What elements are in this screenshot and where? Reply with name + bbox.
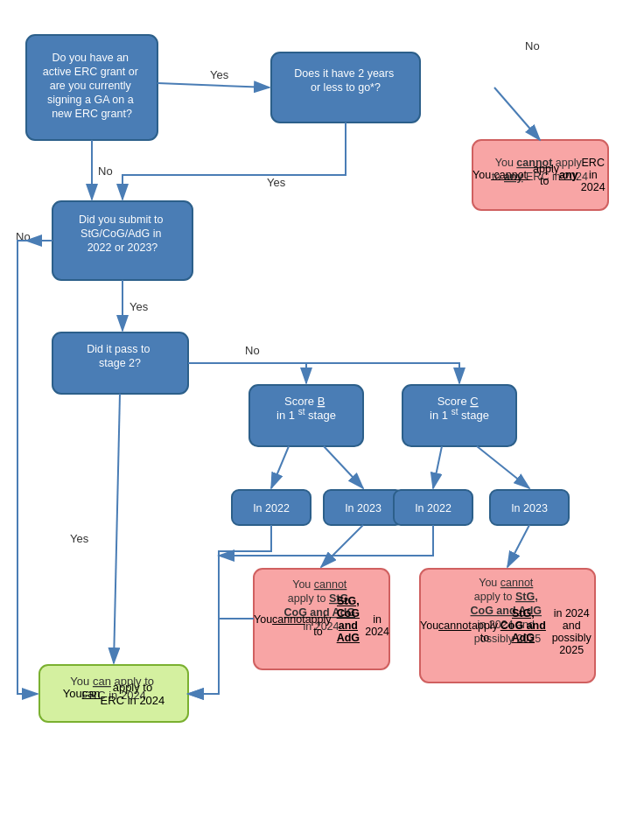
arrow-q4-scoreb: [188, 363, 306, 383]
score-c-text: Score C in 1 st stage: [430, 395, 489, 422]
arrow-q4-scorec: [306, 363, 459, 383]
flowchart: Do you have an active ERC grant or are y…: [0, 0, 630, 840]
can-apply-text: You can apply to ERC in 2024: [70, 675, 157, 702]
label-q2-no: No: [525, 39, 540, 52]
arrow-scorec-in2022c: [433, 446, 442, 488]
label-q4-yes: Yes: [70, 532, 89, 545]
q1-text: Do you have an active ERC grant or are y…: [43, 52, 142, 120]
label-q1-q2-yes: Yes: [210, 68, 229, 81]
arrow-scorec-in2023c: [477, 446, 529, 488]
label-q4-no: No: [245, 344, 260, 357]
arrow-in2023c-cannotstg2025: [508, 525, 529, 567]
in2022-b-text: In 2022: [253, 502, 290, 514]
score-b-text: Score B in 1 st stage: [276, 395, 336, 422]
arrow-scoreb-in2023b: [324, 446, 363, 488]
arrow-cannotstg-canapply: [188, 619, 254, 694]
in2023-c-text: In 2023: [511, 502, 548, 514]
label-q1-no: No: [98, 164, 113, 178]
q3-text: Did you submit to StG/CoG/AdG in 2022 or…: [79, 214, 166, 254]
arrow-q4-canapply: [114, 394, 120, 663]
cannot-stg-2025-text: You cannot apply to StG, CoG and AdG in …: [471, 577, 545, 645]
in2022-c-text: In 2022: [415, 502, 452, 514]
arrow-in2023b-cannotstg: [321, 525, 363, 567]
in2023-b-text: In 2023: [345, 502, 382, 514]
arrow-q3-no-canapply: [18, 241, 38, 694]
arrow-q1-q2: [158, 83, 270, 88]
label-q3-yes: Yes: [130, 300, 149, 313]
arrow-q2-cannotany: [494, 88, 540, 140]
arrow-scoreb-in2022b: [271, 446, 289, 488]
label-q2-yes: Yes: [267, 176, 286, 189]
